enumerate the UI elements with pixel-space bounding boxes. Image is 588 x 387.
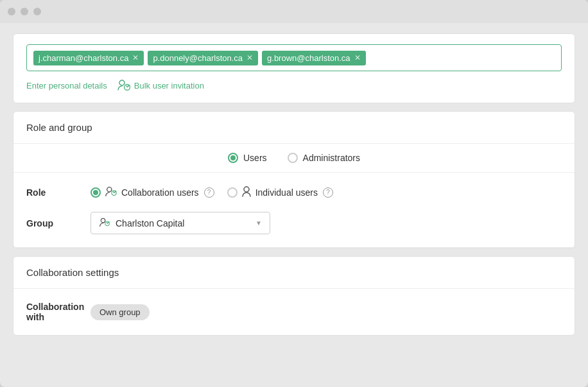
collab-with-row: Collaboration with Own group — [26, 302, 562, 322]
group-select-inner: Charlston Capital — [99, 217, 184, 229]
bulk-invite-link[interactable]: Bulk user invitation — [117, 79, 204, 92]
svg-point-0 — [119, 80, 125, 85]
collab-with-label: Collaboration with — [26, 302, 78, 322]
role-option-individual-label: Individual users — [255, 187, 318, 198]
role-tabs: Users Administrators — [13, 144, 575, 173]
collab-help-icon[interactable]: ? — [204, 187, 214, 198]
titlebar-dot-close — [8, 8, 15, 15]
role-group-title: Role and group — [13, 112, 575, 144]
svg-point-2 — [107, 187, 112, 192]
email-tag-2-text: p.donnely@charlston.ca — [153, 53, 243, 63]
tab-administrators[interactable]: Administrators — [288, 153, 360, 163]
group-dropdown[interactable]: Charlston Capital ▼ — [91, 212, 270, 234]
role-option-collaboration[interactable]: Collaboration users ? — [91, 185, 214, 199]
app-window: j.charman@charlston.ca ✕ p.donnely@charl… — [0, 0, 588, 387]
group-row: Group Charlston Capita — [26, 212, 562, 234]
radio-individual — [227, 187, 238, 198]
titlebar-dot-minimize — [21, 8, 28, 15]
content-area: j.charman@charlston.ca ✕ p.donnely@charl… — [0, 23, 588, 387]
email-tags-container[interactable]: j.charman@charlston.ca ✕ p.donnely@charl… — [26, 44, 562, 71]
radio-users — [228, 153, 238, 163]
tab-administrators-label: Administrators — [303, 153, 360, 163]
email-tag-1-close[interactable]: ✕ — [132, 53, 139, 62]
collab-body: Collaboration with Own group — [13, 289, 575, 335]
email-tag-2[interactable]: p.donnely@charlston.ca ✕ — [148, 51, 258, 65]
role-group-card: Role and group Users Administrators — [13, 111, 575, 248]
group-select-value: Charlston Capital — [116, 218, 184, 228]
collab-settings-title: Collaboration settings — [13, 257, 575, 289]
email-tag-3-close[interactable]: ✕ — [354, 53, 361, 62]
individual-help-icon[interactable]: ? — [323, 187, 333, 198]
role-body: Role — [13, 173, 575, 248]
role-label: Role — [26, 187, 78, 198]
email-tag-3-text: g.brown@charlston.ca — [267, 53, 350, 63]
bulk-invite-label: Bulk user invitation — [134, 81, 204, 90]
individual-users-icon — [241, 185, 252, 199]
tab-users-label: Users — [243, 153, 267, 163]
svg-point-4 — [244, 187, 249, 192]
tab-users[interactable]: Users — [228, 153, 267, 163]
role-option-individual[interactable]: Individual users ? — [227, 185, 333, 199]
group-select-icon — [99, 217, 110, 229]
radio-collaboration-inner — [93, 190, 98, 195]
role-option-collaboration-label: Collaboration users — [121, 187, 199, 198]
collaboration-settings-card: Collaboration settings Collaboration wit… — [13, 256, 575, 336]
collab-users-icon — [105, 185, 117, 199]
email-actions: Enter personal details Bulk user invitat… — [26, 79, 562, 92]
role-options: Collaboration users ? — [91, 185, 333, 199]
titlebar — [0, 0, 588, 23]
enter-personal-details-link[interactable]: Enter personal details — [26, 81, 107, 90]
email-input-card: j.charman@charlston.ca ✕ p.donnely@charl… — [13, 33, 575, 103]
radio-collaboration — [91, 187, 101, 198]
email-tag-2-close[interactable]: ✕ — [246, 53, 253, 62]
bulk-invite-icon — [117, 79, 130, 92]
email-tag-1[interactable]: j.charman@charlston.ca ✕ — [33, 51, 144, 65]
svg-point-5 — [101, 218, 105, 223]
chevron-down-icon: ▼ — [255, 219, 262, 227]
role-row: Role — [26, 185, 562, 199]
own-group-badge[interactable]: Own group — [91, 304, 150, 320]
titlebar-dot-maximize — [33, 8, 41, 15]
radio-administrators — [288, 153, 298, 163]
email-tag-1-text: j.charman@charlston.ca — [39, 53, 128, 63]
radio-users-inner — [230, 155, 236, 160]
group-label: Group — [26, 218, 78, 228]
email-tag-3[interactable]: g.brown@charlston.ca ✕ — [262, 51, 366, 65]
